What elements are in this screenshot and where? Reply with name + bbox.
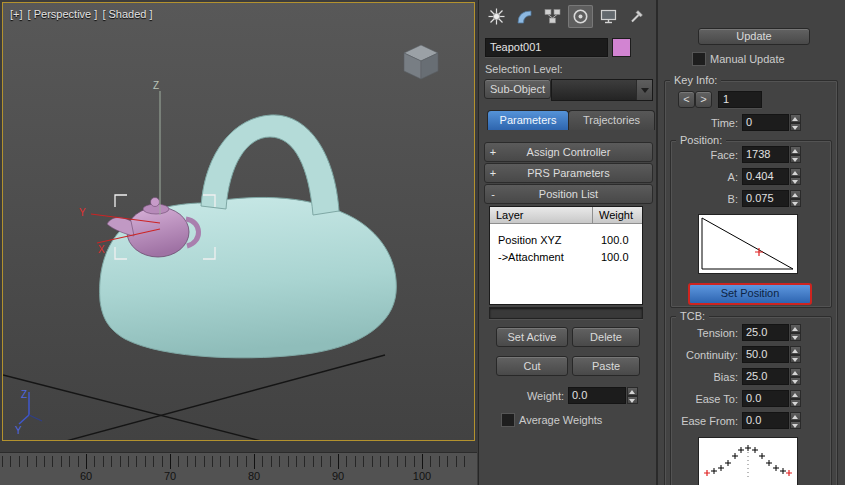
ease-to-label: Ease To:: [658, 393, 738, 405]
continuity-value[interactable]: 50.0: [742, 346, 789, 363]
viewport-general-menu[interactable]: [+]: [10, 8, 23, 20]
modify-icon: [516, 8, 533, 25]
attachment-parameters-panel: Update Manual Update Key Info: < > 1 Tim…: [658, 0, 845, 485]
time-label: Time:: [658, 117, 738, 129]
spin-up-icon[interactable]: [790, 146, 801, 155]
spin-down-icon[interactable]: [790, 199, 801, 208]
position-title: Position:: [676, 134, 726, 146]
face-spinner[interactable]: 1738: [742, 146, 801, 163]
create-tab[interactable]: [484, 5, 509, 28]
cut-button[interactable]: Cut: [496, 356, 568, 376]
rollout-prs-parameters[interactable]: + PRS Parameters: [484, 163, 653, 183]
average-weights-checkbox[interactable]: [501, 413, 515, 427]
dropdown-arrow-icon[interactable]: [636, 80, 652, 100]
list-item[interactable]: Position XYZ 100.0: [490, 232, 642, 249]
weight-label: Weight:: [479, 390, 564, 402]
tension-spinner[interactable]: 25.0: [742, 324, 801, 341]
face-value[interactable]: 1738: [742, 146, 789, 163]
spin-up-icon[interactable]: [790, 114, 801, 123]
ruler-label: 100: [413, 470, 431, 482]
spin-up-icon[interactable]: [790, 190, 801, 199]
ease-to-spinner[interactable]: 0.0: [742, 390, 801, 407]
spin-up-icon[interactable]: [790, 324, 801, 333]
object-color-swatch[interactable]: [612, 38, 631, 57]
set-active-button[interactable]: Set Active: [496, 327, 568, 347]
spin-up-icon[interactable]: [790, 412, 801, 421]
rollout-assign-controller[interactable]: + Assign Controller: [484, 142, 653, 162]
delete-button[interactable]: Delete: [572, 327, 640, 347]
spin-down-icon[interactable]: [790, 421, 801, 430]
viewport-pov-menu[interactable]: [ Perspective ]: [28, 8, 98, 20]
spin-down-icon[interactable]: [627, 396, 638, 405]
set-position-button[interactable]: Set Position: [688, 283, 812, 305]
time-value[interactable]: 0: [742, 114, 789, 131]
rollout-title: PRS Parameters: [501, 167, 652, 179]
layer-cell[interactable]: Position XYZ: [490, 232, 595, 249]
ease-from-value[interactable]: 0.0: [742, 412, 789, 429]
viewport-shading-menu[interactable]: [ Shaded ]: [102, 8, 152, 20]
spin-down-icon[interactable]: [790, 399, 801, 408]
spin-up-icon[interactable]: [790, 390, 801, 399]
ruler-label: 80: [248, 470, 260, 482]
rollout-title: Assign Controller: [501, 146, 652, 158]
world-axis-tripod-icon: Z Y: [15, 389, 42, 436]
modify-tab[interactable]: [512, 5, 537, 28]
list-item[interactable]: ->Attachment 100.0: [490, 249, 642, 266]
object-name-field[interactable]: Teapot001: [485, 38, 608, 57]
bias-value[interactable]: 25.0: [742, 368, 789, 385]
b-value[interactable]: 0.075: [742, 190, 789, 207]
spin-down-icon[interactable]: [790, 123, 801, 132]
track-bar[interactable]: 60 70 80 90 100: [0, 452, 477, 485]
tab-parameters[interactable]: Parameters: [487, 110, 569, 130]
axis-x-label: X: [98, 244, 105, 255]
key-info-title: Key Info:: [670, 74, 721, 86]
ease-from-spinner[interactable]: 0.0: [742, 412, 801, 429]
a-value[interactable]: 0.404: [742, 168, 789, 185]
update-button[interactable]: Update: [698, 28, 810, 45]
display-tab[interactable]: [596, 5, 621, 28]
b-label: B:: [658, 193, 738, 205]
layer-cell[interactable]: ->Attachment: [490, 249, 595, 266]
time-spinner[interactable]: 0: [742, 114, 801, 131]
rollout-position-list[interactable]: - Position List: [484, 184, 653, 204]
tab-trajectories[interactable]: Trajectories: [568, 110, 655, 130]
spin-down-icon[interactable]: [790, 333, 801, 342]
spin-up-icon[interactable]: [790, 368, 801, 377]
paste-button[interactable]: Paste: [572, 356, 640, 376]
spin-down-icon[interactable]: [790, 355, 801, 364]
spin-up-icon[interactable]: [627, 387, 638, 396]
weight-value[interactable]: 0.0: [568, 387, 626, 404]
manual-update-checkbox[interactable]: [692, 52, 706, 66]
tension-value[interactable]: 25.0: [742, 324, 789, 341]
weight-spinner[interactable]: 0.0: [568, 387, 638, 404]
barycentric-position-diagram[interactable]: [698, 214, 798, 274]
motion-tab[interactable]: [568, 5, 593, 28]
spin-up-icon[interactable]: [790, 346, 801, 355]
utilities-tab[interactable]: [624, 5, 649, 28]
perspective-viewport[interactable]: Z Y X Z Y [+] [ Perspe: [2, 2, 475, 441]
hierarchy-icon: [544, 8, 561, 25]
key-number-field[interactable]: 1: [718, 91, 762, 108]
tcb-curve-points: [711, 445, 786, 474]
next-key-button[interactable]: >: [695, 91, 712, 108]
continuity-spinner[interactable]: 50.0: [742, 346, 801, 363]
ease-to-value[interactable]: 0.0: [742, 390, 789, 407]
prev-key-button[interactable]: <: [678, 91, 695, 108]
command-panel: Teapot001 Selection Level: Sub-Object Pa…: [478, 0, 657, 485]
viewcube-icon[interactable]: [404, 45, 438, 79]
spin-down-icon[interactable]: [790, 377, 801, 386]
spin-down-icon[interactable]: [790, 155, 801, 164]
sub-object-dropdown[interactable]: [551, 79, 653, 101]
weight-cell[interactable]: 100.0: [595, 249, 642, 266]
a-spinner[interactable]: 0.404: [742, 168, 801, 185]
major-tick: [86, 454, 87, 469]
spin-up-icon[interactable]: [790, 168, 801, 177]
hierarchy-tab[interactable]: [540, 5, 565, 28]
face-label: Face:: [658, 149, 738, 161]
bias-spinner[interactable]: 25.0: [742, 368, 801, 385]
sub-object-button[interactable]: Sub-Object: [484, 79, 551, 99]
spin-down-icon[interactable]: [790, 177, 801, 186]
b-spinner[interactable]: 0.075: [742, 190, 801, 207]
create-icon: [488, 8, 505, 25]
weight-cell[interactable]: 100.0: [595, 232, 642, 249]
